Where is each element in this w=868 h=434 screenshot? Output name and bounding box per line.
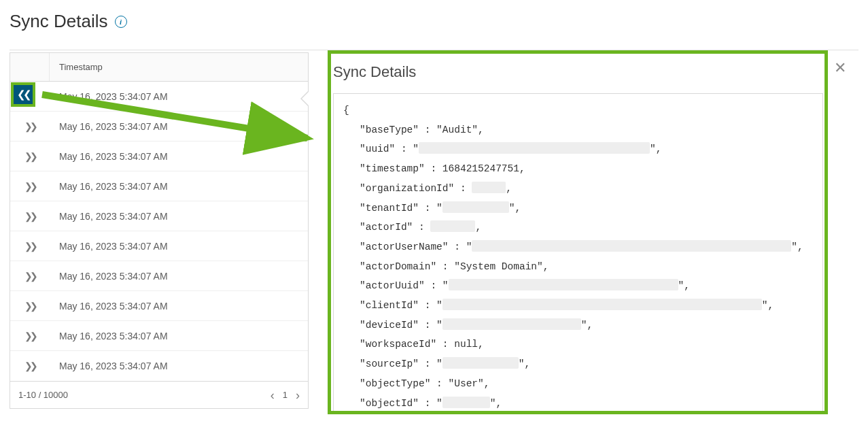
json-line: "objectId" : "", xyxy=(343,394,813,414)
timestamp-cell: May 16, 2023 5:34:07 AM xyxy=(50,361,308,371)
json-line: "timestamp" : 1684215247751, xyxy=(343,159,813,179)
timestamp-cell: May 16, 2023 5:34:07 AM xyxy=(50,121,308,132)
timestamp-cell: May 16, 2023 5:34:07 AM xyxy=(50,151,308,162)
table-row[interactable]: ❯❯May 16, 2023 5:34:07 AM xyxy=(10,231,308,261)
detail-json-content[interactable]: {"baseType" : "Audit","uuid" : "","times… xyxy=(333,93,823,414)
close-button[interactable]: ✕ xyxy=(834,61,846,76)
timestamp-cell: May 16, 2023 5:34:07 AM xyxy=(50,271,308,282)
table-row[interactable]: ❯❯May 16, 2023 5:34:07 AM xyxy=(10,291,308,321)
page-title: Sync Details i xyxy=(10,11,858,32)
timestamp-cell: May 16, 2023 5:34:07 AM xyxy=(50,91,308,102)
expand-row-button[interactable]: ❯❯ xyxy=(10,321,50,350)
json-line: "workspaceId" : null, xyxy=(343,335,813,354)
detail-title: Sync Details xyxy=(333,63,823,81)
timestamp-cell: May 16, 2023 5:34:07 AM xyxy=(50,301,308,312)
chevron-double-right-icon: ❯❯ xyxy=(24,121,35,132)
json-line: "actorDomain" : "System Domain", xyxy=(343,257,813,277)
timestamp-cell: May 16, 2023 5:34:07 AM xyxy=(50,211,308,222)
redacted-value xyxy=(442,299,762,310)
prev-page-button[interactable]: ‹ xyxy=(271,389,275,401)
chevron-double-right-icon: ❯❯ xyxy=(24,361,35,371)
expand-row-button[interactable]: ❯❯ xyxy=(10,351,50,381)
json-line: "baseType" : "Audit", xyxy=(343,120,813,140)
collapse-button[interactable]: ❮❮ xyxy=(11,82,35,107)
chevron-double-right-icon: ❯❯ xyxy=(24,301,35,312)
redacted-value xyxy=(449,279,678,290)
chevron-double-right-icon: ❯❯ xyxy=(24,331,35,341)
table-row[interactable]: ❯❯May 16, 2023 5:34:07 AM xyxy=(10,171,308,201)
info-icon[interactable]: i xyxy=(115,16,127,28)
table-footer: 1-10 / 10000 ‹ 1 › xyxy=(10,381,308,408)
redacted-value xyxy=(442,318,581,330)
detail-panel: ✕ Sync Details {"baseType" : "Audit","uu… xyxy=(322,52,858,420)
redacted-value xyxy=(442,397,490,408)
json-line: "tenantId" : "", xyxy=(343,199,813,218)
json-line: "uuid" : "", xyxy=(343,139,813,159)
chevron-double-right-icon: ❯❯ xyxy=(24,211,35,222)
expand-row-button[interactable]: ❯❯ xyxy=(10,201,50,231)
redacted-value xyxy=(419,142,650,154)
json-line: "sourceIp" : "", xyxy=(343,354,813,374)
expand-row-button[interactable]: ❯❯ xyxy=(10,261,50,290)
expand-row-button[interactable]: ❯❯ xyxy=(10,171,50,201)
table-row[interactable]: ❯❯May 16, 2023 5:34:07 AM xyxy=(10,141,308,171)
chevron-double-right-icon: ❯❯ xyxy=(24,181,35,192)
json-line: "deviceId" : "", xyxy=(343,316,813,335)
table-row[interactable]: ❯❯May 16, 2023 5:34:07 AM xyxy=(10,351,308,381)
expand-row-button[interactable]: ❯❯ xyxy=(10,112,50,141)
content-area: ❮❮ Timestamp May 16, 2023 5:34:07 AM❯❯Ma… xyxy=(10,52,858,420)
redacted-value xyxy=(472,240,791,252)
expand-row-button[interactable]: ❯❯ xyxy=(10,231,50,261)
table-row[interactable]: May 16, 2023 5:34:07 AM xyxy=(10,82,308,112)
json-line: "actorUserName" : "", xyxy=(343,237,813,257)
timestamp-cell: May 16, 2023 5:34:07 AM xyxy=(50,181,308,192)
selected-row-pointer xyxy=(300,90,309,107)
page-number: 1 xyxy=(283,390,288,400)
table-row[interactable]: ❯❯May 16, 2023 5:34:07 AM xyxy=(10,112,308,141)
chevron-double-right-icon: ❯❯ xyxy=(24,151,35,162)
json-line: "objectType" : "User", xyxy=(343,374,813,394)
chevron-double-right-icon: ❯❯ xyxy=(24,241,35,252)
page-title-text: Sync Details xyxy=(10,11,108,32)
col-expand-header xyxy=(10,53,50,81)
json-line: "actorId" : , xyxy=(343,218,813,237)
table-header: Timestamp xyxy=(10,53,308,82)
chevron-double-left-icon: ❮❮ xyxy=(17,88,29,101)
pager: ‹ 1 › xyxy=(271,389,300,401)
pagination-range: 1-10 / 10000 xyxy=(18,390,68,400)
expand-row-button[interactable]: ❯❯ xyxy=(10,141,50,171)
timestamp-cell: May 16, 2023 5:34:07 AM xyxy=(50,241,308,252)
redacted-value xyxy=(442,201,509,213)
json-line: "clientId" : "", xyxy=(343,296,813,316)
redacted-value xyxy=(472,182,506,193)
expand-row-button[interactable]: ❯❯ xyxy=(10,291,50,320)
chevron-double-right-icon: ❯❯ xyxy=(24,271,35,282)
table-row[interactable]: ❯❯May 16, 2023 5:34:07 AM xyxy=(10,201,308,231)
table-row[interactable]: ❯❯May 16, 2023 5:34:07 AM xyxy=(10,321,308,351)
timestamp-cell: May 16, 2023 5:34:07 AM xyxy=(50,331,308,341)
redacted-value xyxy=(430,220,475,232)
divider xyxy=(10,50,858,50)
redacted-value xyxy=(442,357,519,369)
col-timestamp-header: Timestamp xyxy=(50,62,308,72)
next-page-button[interactable]: › xyxy=(296,389,300,401)
timestamp-table: ❮❮ Timestamp May 16, 2023 5:34:07 AM❯❯Ma… xyxy=(10,52,309,409)
table-row[interactable]: ❯❯May 16, 2023 5:34:07 AM xyxy=(10,261,308,291)
table-body: May 16, 2023 5:34:07 AM❯❯May 16, 2023 5:… xyxy=(10,82,308,381)
json-line: "organizationId" : , xyxy=(343,179,813,199)
json-line: { xyxy=(343,101,813,120)
json-line: "actorUuid" : "", xyxy=(343,276,813,296)
